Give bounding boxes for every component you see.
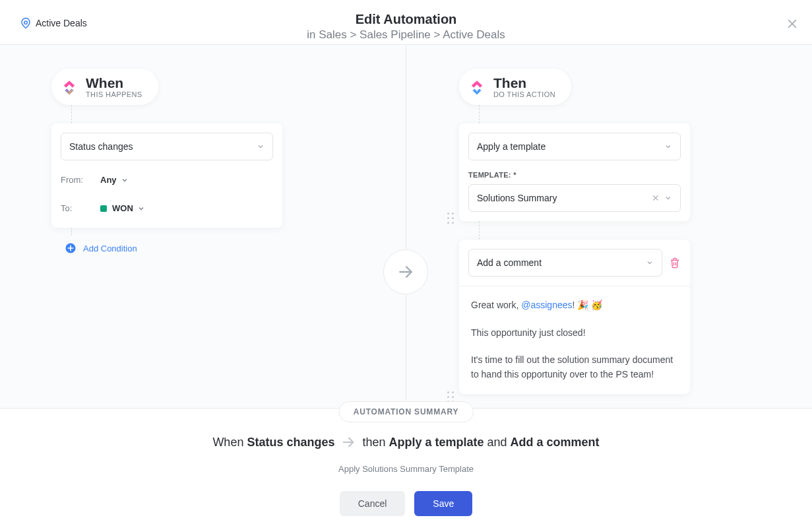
when-label: When: [86, 75, 142, 90]
action-value: Apply a template: [477, 141, 546, 152]
summary-action2: Add a comment: [511, 436, 600, 449]
template-field-label: TEMPLATE: *: [468, 171, 681, 179]
action-template-card: Apply a template TEMPLATE: * Solutions S…: [459, 123, 690, 221]
automation-canvas: When THIS HAPPENS Status changes From: A…: [0, 45, 812, 408]
delete-action-button[interactable]: [669, 257, 681, 269]
comment-editor[interactable]: Great work, @assignees! 🎉 🥳 This opportu…: [468, 296, 681, 382]
template-select[interactable]: Solutions Summary: [468, 184, 681, 212]
plus-circle-icon: [65, 242, 77, 254]
clear-template-button[interactable]: ✕: [652, 193, 660, 203]
then-column: Then DO THIS ACTION Apply a template TEM…: [459, 69, 690, 394]
page-title: Edit Automation: [0, 12, 812, 27]
to-label: To:: [61, 203, 100, 213]
cancel-button[interactable]: Cancel: [340, 491, 406, 516]
summary-subtext: Apply Solutions Summary Template: [0, 464, 812, 474]
then-label: Then: [493, 75, 555, 90]
trigger-card: Status changes From: Any To: WON: [51, 123, 282, 228]
comment-text: It's time to fill out the solution summa…: [471, 353, 678, 381]
summary-text: then: [362, 436, 389, 449]
chevron-down-icon: [137, 205, 145, 213]
clickup-logo-icon: [61, 79, 78, 96]
summary-text: When: [212, 436, 247, 449]
action-value: Add a comment: [477, 257, 542, 268]
chevron-down-icon: [646, 259, 654, 267]
connector-line: [479, 221, 480, 240]
comment-text: ! 🎉 🥳: [573, 300, 603, 310]
when-sublabel: THIS HAPPENS: [86, 90, 142, 98]
summary-text: and: [484, 436, 511, 449]
from-value: Any: [100, 175, 117, 185]
trigger-select[interactable]: Status changes: [61, 133, 273, 160]
comment-text: Great work,: [471, 300, 521, 310]
location-name: Active Deals: [36, 18, 87, 28]
save-button[interactable]: Save: [414, 491, 472, 516]
close-button[interactable]: [786, 17, 799, 30]
summary-action1: Apply a template: [389, 436, 484, 449]
flow-arrow-indicator: [383, 249, 428, 294]
arrow-right-icon: [341, 435, 356, 449]
divider: [459, 286, 690, 286]
when-header-pill: When THIS HAPPENS: [51, 69, 158, 105]
automation-summary-badge: AUTOMATION SUMMARY: [338, 401, 474, 422]
connector-line: [71, 228, 72, 236]
svg-point-0: [24, 21, 28, 24]
summary-footer: When Status changes then Apply a templat…: [0, 408, 812, 516]
action-select[interactable]: Apply a template: [468, 133, 681, 160]
chevron-down-icon: [257, 143, 265, 150]
then-header-pill: Then DO THIS ACTION: [459, 69, 571, 105]
from-status-row: From: Any: [61, 175, 273, 185]
from-status-select[interactable]: Any: [100, 175, 129, 185]
comment-mention: @assignees: [521, 300, 572, 310]
summary-trigger: Status changes: [247, 436, 334, 449]
trigger-value: Status changes: [69, 141, 133, 152]
add-condition-button[interactable]: Add Condition: [65, 242, 282, 254]
arrow-right-icon: [397, 263, 414, 280]
action-comment-card: Add a comment Great work, @assignees! 🎉 …: [459, 240, 690, 394]
header: Active Deals Edit Automation in Sales > …: [0, 0, 812, 45]
close-icon: [786, 17, 799, 30]
template-value: Solutions Summary: [477, 193, 557, 203]
when-column: When THIS HAPPENS Status changes From: A…: [51, 69, 282, 254]
comment-text: This opportunity just closed!: [471, 326, 678, 341]
location-pin-icon: [20, 17, 32, 29]
action-select[interactable]: Add a comment: [468, 249, 662, 277]
to-value: WON: [112, 203, 133, 213]
chevron-down-icon: [664, 194, 672, 202]
to-status-row: To: WON: [61, 203, 273, 213]
then-sublabel: DO THIS ACTION: [493, 90, 555, 98]
chevron-down-icon: [664, 143, 672, 150]
add-condition-label: Add Condition: [83, 244, 137, 253]
breadcrumb: in Sales > Sales Pipeline > Active Deals: [0, 28, 812, 42]
chevron-down-icon: [121, 176, 129, 184]
summary-sentence: When Status changes then Apply a templat…: [0, 435, 812, 449]
clickup-logo-icon: [468, 79, 485, 96]
status-color-swatch: [100, 205, 107, 212]
drag-handle[interactable]: [447, 213, 454, 224]
location-indicator: Active Deals: [20, 17, 87, 29]
center-divider: [406, 45, 406, 408]
connector-line: [479, 105, 480, 123]
to-status-select[interactable]: WON: [100, 203, 145, 213]
from-label: From:: [61, 175, 100, 185]
connector-line: [71, 105, 72, 123]
